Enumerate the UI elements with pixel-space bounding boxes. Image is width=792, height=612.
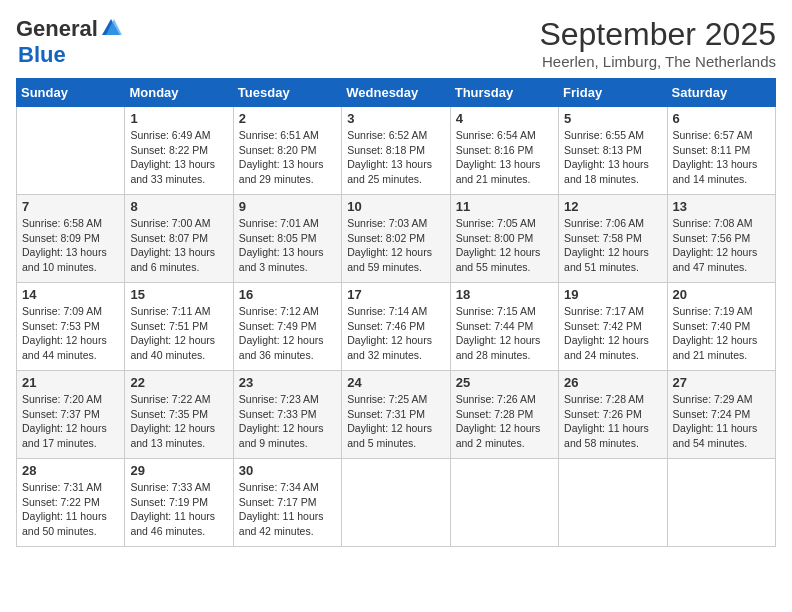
day-number: 11 [456,199,553,214]
title-section: September 2025 Heerlen, Limburg, The Net… [539,16,776,70]
day-info: Sunrise: 7:19 AM Sunset: 7:40 PM Dayligh… [673,304,770,363]
logo-general-text: General [16,16,98,42]
calendar-cell: 15Sunrise: 7:11 AM Sunset: 7:51 PM Dayli… [125,283,233,371]
calendar-cell: 12Sunrise: 7:06 AM Sunset: 7:58 PM Dayli… [559,195,667,283]
calendar-cell: 23Sunrise: 7:23 AM Sunset: 7:33 PM Dayli… [233,371,341,459]
calendar-cell [667,459,775,547]
day-number: 9 [239,199,336,214]
calendar-cell: 6Sunrise: 6:57 AM Sunset: 8:11 PM Daylig… [667,107,775,195]
day-info: Sunrise: 7:14 AM Sunset: 7:46 PM Dayligh… [347,304,444,363]
location: Heerlen, Limburg, The Netherlands [539,53,776,70]
day-number: 24 [347,375,444,390]
col-header-tuesday: Tuesday [233,79,341,107]
calendar-cell: 14Sunrise: 7:09 AM Sunset: 7:53 PM Dayli… [17,283,125,371]
day-info: Sunrise: 6:58 AM Sunset: 8:09 PM Dayligh… [22,216,119,275]
calendar-cell: 7Sunrise: 6:58 AM Sunset: 8:09 PM Daylig… [17,195,125,283]
day-info: Sunrise: 6:49 AM Sunset: 8:22 PM Dayligh… [130,128,227,187]
day-info: Sunrise: 7:25 AM Sunset: 7:31 PM Dayligh… [347,392,444,451]
day-number: 28 [22,463,119,478]
page-header: General Blue September 2025 Heerlen, Lim… [16,16,776,70]
calendar-week-4: 21Sunrise: 7:20 AM Sunset: 7:37 PM Dayli… [17,371,776,459]
calendar-cell: 29Sunrise: 7:33 AM Sunset: 7:19 PM Dayli… [125,459,233,547]
logo-icon [100,17,122,39]
day-number: 4 [456,111,553,126]
day-info: Sunrise: 7:01 AM Sunset: 8:05 PM Dayligh… [239,216,336,275]
day-number: 8 [130,199,227,214]
calendar-cell: 28Sunrise: 7:31 AM Sunset: 7:22 PM Dayli… [17,459,125,547]
col-header-saturday: Saturday [667,79,775,107]
day-number: 22 [130,375,227,390]
day-info: Sunrise: 6:54 AM Sunset: 8:16 PM Dayligh… [456,128,553,187]
day-info: Sunrise: 7:20 AM Sunset: 7:37 PM Dayligh… [22,392,119,451]
day-info: Sunrise: 7:29 AM Sunset: 7:24 PM Dayligh… [673,392,770,451]
day-number: 26 [564,375,661,390]
day-number: 25 [456,375,553,390]
calendar-cell: 4Sunrise: 6:54 AM Sunset: 8:16 PM Daylig… [450,107,558,195]
calendar-cell: 13Sunrise: 7:08 AM Sunset: 7:56 PM Dayli… [667,195,775,283]
calendar-cell: 17Sunrise: 7:14 AM Sunset: 7:46 PM Dayli… [342,283,450,371]
calendar-cell: 30Sunrise: 7:34 AM Sunset: 7:17 PM Dayli… [233,459,341,547]
day-info: Sunrise: 6:52 AM Sunset: 8:18 PM Dayligh… [347,128,444,187]
calendar-cell: 9Sunrise: 7:01 AM Sunset: 8:05 PM Daylig… [233,195,341,283]
day-number: 27 [673,375,770,390]
day-info: Sunrise: 6:55 AM Sunset: 8:13 PM Dayligh… [564,128,661,187]
calendar-cell: 20Sunrise: 7:19 AM Sunset: 7:40 PM Dayli… [667,283,775,371]
day-number: 14 [22,287,119,302]
day-info: Sunrise: 7:33 AM Sunset: 7:19 PM Dayligh… [130,480,227,539]
day-info: Sunrise: 7:08 AM Sunset: 7:56 PM Dayligh… [673,216,770,275]
calendar-cell: 11Sunrise: 7:05 AM Sunset: 8:00 PM Dayli… [450,195,558,283]
day-info: Sunrise: 7:06 AM Sunset: 7:58 PM Dayligh… [564,216,661,275]
calendar-week-3: 14Sunrise: 7:09 AM Sunset: 7:53 PM Dayli… [17,283,776,371]
calendar-week-2: 7Sunrise: 6:58 AM Sunset: 8:09 PM Daylig… [17,195,776,283]
calendar-cell: 22Sunrise: 7:22 AM Sunset: 7:35 PM Dayli… [125,371,233,459]
day-info: Sunrise: 7:00 AM Sunset: 8:07 PM Dayligh… [130,216,227,275]
day-info: Sunrise: 7:09 AM Sunset: 7:53 PM Dayligh… [22,304,119,363]
day-number: 2 [239,111,336,126]
day-info: Sunrise: 7:23 AM Sunset: 7:33 PM Dayligh… [239,392,336,451]
day-number: 30 [239,463,336,478]
day-info: Sunrise: 6:57 AM Sunset: 8:11 PM Dayligh… [673,128,770,187]
day-number: 20 [673,287,770,302]
day-info: Sunrise: 7:03 AM Sunset: 8:02 PM Dayligh… [347,216,444,275]
calendar-cell: 24Sunrise: 7:25 AM Sunset: 7:31 PM Dayli… [342,371,450,459]
calendar-cell: 2Sunrise: 6:51 AM Sunset: 8:20 PM Daylig… [233,107,341,195]
calendar-cell: 3Sunrise: 6:52 AM Sunset: 8:18 PM Daylig… [342,107,450,195]
day-number: 13 [673,199,770,214]
calendar-cell: 26Sunrise: 7:28 AM Sunset: 7:26 PM Dayli… [559,371,667,459]
day-info: Sunrise: 7:31 AM Sunset: 7:22 PM Dayligh… [22,480,119,539]
day-info: Sunrise: 7:22 AM Sunset: 7:35 PM Dayligh… [130,392,227,451]
calendar-week-1: 1Sunrise: 6:49 AM Sunset: 8:22 PM Daylig… [17,107,776,195]
calendar-cell: 18Sunrise: 7:15 AM Sunset: 7:44 PM Dayli… [450,283,558,371]
day-info: Sunrise: 7:28 AM Sunset: 7:26 PM Dayligh… [564,392,661,451]
day-info: Sunrise: 7:15 AM Sunset: 7:44 PM Dayligh… [456,304,553,363]
logo-blue-text: Blue [18,42,66,68]
calendar-cell [450,459,558,547]
col-header-thursday: Thursday [450,79,558,107]
calendar-header-row: SundayMondayTuesdayWednesdayThursdayFrid… [17,79,776,107]
month-title: September 2025 [539,16,776,53]
day-info: Sunrise: 7:12 AM Sunset: 7:49 PM Dayligh… [239,304,336,363]
day-info: Sunrise: 7:17 AM Sunset: 7:42 PM Dayligh… [564,304,661,363]
calendar-week-5: 28Sunrise: 7:31 AM Sunset: 7:22 PM Dayli… [17,459,776,547]
day-info: Sunrise: 7:26 AM Sunset: 7:28 PM Dayligh… [456,392,553,451]
day-info: Sunrise: 7:34 AM Sunset: 7:17 PM Dayligh… [239,480,336,539]
calendar-cell: 1Sunrise: 6:49 AM Sunset: 8:22 PM Daylig… [125,107,233,195]
day-number: 7 [22,199,119,214]
calendar-cell [342,459,450,547]
day-info: Sunrise: 7:05 AM Sunset: 8:00 PM Dayligh… [456,216,553,275]
day-info: Sunrise: 7:11 AM Sunset: 7:51 PM Dayligh… [130,304,227,363]
calendar-table: SundayMondayTuesdayWednesdayThursdayFrid… [16,78,776,547]
day-number: 19 [564,287,661,302]
col-header-monday: Monday [125,79,233,107]
col-header-friday: Friday [559,79,667,107]
calendar-cell: 21Sunrise: 7:20 AM Sunset: 7:37 PM Dayli… [17,371,125,459]
day-number: 17 [347,287,444,302]
day-number: 29 [130,463,227,478]
day-number: 21 [22,375,119,390]
calendar-cell [559,459,667,547]
day-number: 3 [347,111,444,126]
day-number: 5 [564,111,661,126]
col-header-sunday: Sunday [17,79,125,107]
day-number: 12 [564,199,661,214]
day-info: Sunrise: 6:51 AM Sunset: 8:20 PM Dayligh… [239,128,336,187]
